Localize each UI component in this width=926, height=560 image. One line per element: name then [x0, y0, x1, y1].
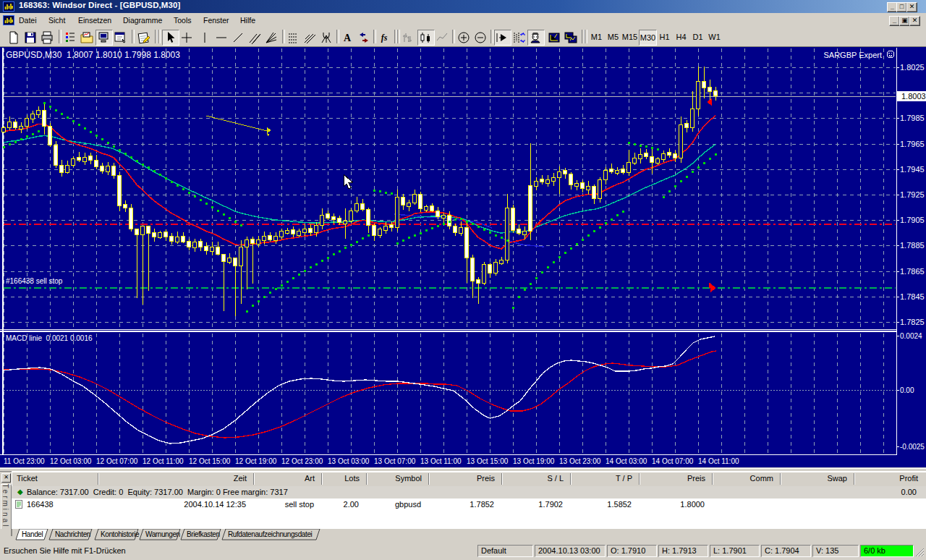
svg-text:1.7985: 1.7985 — [900, 114, 925, 122]
svg-text:1.7945: 1.7945 — [900, 165, 925, 174]
svg-text:1.8025: 1.8025 — [900, 63, 925, 72]
svg-text:12 Oct 15:00: 12 Oct 15:00 — [189, 457, 231, 465]
svg-text:1.7865: 1.7865 — [900, 267, 925, 276]
svg-text:13 Oct 23:00: 13 Oct 23:00 — [559, 457, 601, 465]
svg-text:GBPUSD,M30 1.8007 1.8010 1.79: GBPUSD,M30 1.8007 1.8010 1.7998 1.8003 — [6, 50, 180, 60]
svg-text:1.8003: 1.8003 — [901, 92, 926, 101]
svg-text:14 Oct 11:00: 14 Oct 11:00 — [698, 457, 739, 465]
svg-text:12 Oct 11:00: 12 Oct 11:00 — [143, 457, 184, 465]
svg-text:11 Oct 23:00: 11 Oct 23:00 — [4, 457, 45, 465]
svg-text:fs: fs — [381, 33, 388, 43]
svg-text:0.00: 0.00 — [900, 386, 914, 394]
svg-text:1.7845: 1.7845 — [900, 292, 925, 301]
svg-text:13 Oct 03:00: 13 Oct 03:00 — [328, 457, 370, 465]
svg-text:12 Oct 07:00: 12 Oct 07:00 — [96, 457, 138, 465]
svg-text:14 Oct 07:00: 14 Oct 07:00 — [652, 457, 694, 465]
svg-text:12 Oct 03:00: 12 Oct 03:00 — [50, 457, 92, 465]
svg-text:14 Oct 03:00: 14 Oct 03:00 — [606, 457, 647, 465]
svg-text:12 Oct 19:00: 12 Oct 19:00 — [235, 457, 277, 465]
svg-text:13 Oct 19:00: 13 Oct 19:00 — [513, 457, 555, 465]
svg-text:13 Oct 11:00: 13 Oct 11:00 — [420, 457, 462, 465]
svg-text:12 Oct 23:00: 12 Oct 23:00 — [281, 457, 323, 465]
svg-text:1.7905: 1.7905 — [900, 216, 925, 224]
svg-text:A: A — [344, 33, 352, 43]
svg-text:13 Oct 07:00: 13 Oct 07:00 — [374, 457, 416, 465]
svg-text:1.7825: 1.7825 — [900, 318, 925, 326]
svg-text:-0.0025: -0.0025 — [900, 443, 925, 451]
svg-text:SARGBP Expert: SARGBP Expert — [824, 51, 883, 59]
svg-text:1.7965: 1.7965 — [900, 140, 925, 148]
svg-text:0.0024: 0.0024 — [900, 332, 922, 340]
svg-text:1.7885: 1.7885 — [900, 241, 925, 250]
svg-text:1.7925: 1.7925 — [900, 190, 925, 199]
svg-text:#166438 sell stop: #166438 sell stop — [6, 277, 63, 285]
svg-text:13 Oct 15:00: 13 Oct 15:00 — [467, 457, 509, 465]
svg-text:MACD linie 0.0021 0.0016: MACD linie 0.0021 0.0016 — [6, 334, 93, 342]
